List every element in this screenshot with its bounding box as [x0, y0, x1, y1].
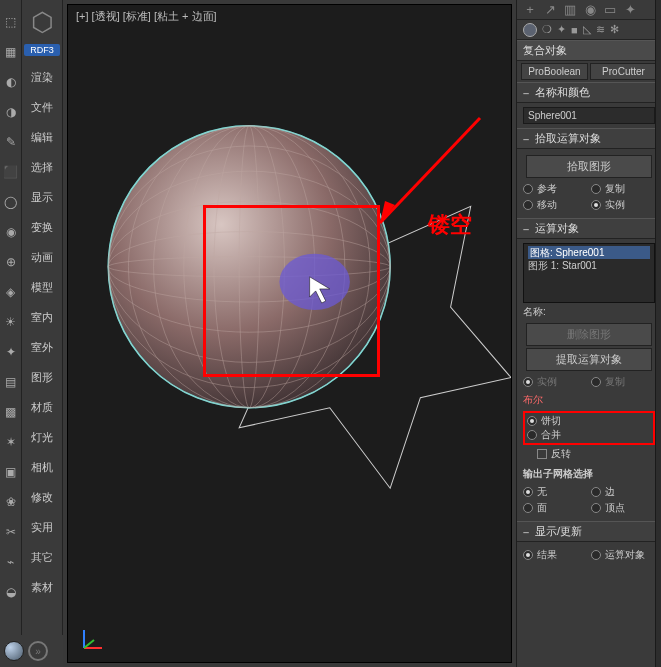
- tool-icon[interactable]: ☀: [3, 314, 19, 330]
- cameras-icon[interactable]: ■: [571, 24, 578, 36]
- tab-modify-icon[interactable]: ↗: [543, 2, 557, 17]
- radio-extract-copy[interactable]: 复制: [591, 375, 655, 389]
- sidebar-item[interactable]: 变换: [22, 212, 62, 242]
- radio-instance[interactable]: 实例: [591, 198, 655, 212]
- sidebar-item[interactable]: 文件: [22, 92, 62, 122]
- delete-shape-button[interactable]: 删除图形: [526, 323, 653, 346]
- tool-icon[interactable]: ◑: [3, 104, 19, 120]
- sidebar-item[interactable]: 室外: [22, 332, 62, 362]
- tool-icon[interactable]: ❀: [3, 494, 19, 510]
- tool-icon[interactable]: ✶: [3, 434, 19, 450]
- list-item[interactable]: 图形 1: Star001: [528, 259, 650, 272]
- radio-display-result[interactable]: 结果: [523, 548, 587, 562]
- viewcube-icon[interactable]: [4, 641, 24, 661]
- tool-icon[interactable]: ▩: [3, 404, 19, 420]
- type-button-procutter[interactable]: ProCutter: [590, 63, 657, 80]
- radio-out-vertex[interactable]: 顶点: [591, 501, 655, 515]
- sidebar-item[interactable]: 修改: [22, 482, 62, 512]
- radio-out-none[interactable]: 无: [523, 485, 587, 499]
- tab-motion-icon[interactable]: ◉: [583, 2, 597, 17]
- sidebar-item[interactable]: 编辑: [22, 122, 62, 152]
- panel-tabs: + ↗ ▥ ◉ ▭ ✦: [517, 0, 661, 20]
- sidebar-item[interactable]: 模型: [22, 272, 62, 302]
- axis-gizmo-icon: [78, 626, 106, 654]
- geometry-icon[interactable]: [523, 23, 537, 37]
- extract-operand-button[interactable]: 提取运算对象: [526, 348, 653, 371]
- radio-cookie-cut[interactable]: 饼切: [527, 414, 651, 428]
- tab-create-icon[interactable]: +: [523, 2, 537, 17]
- sidebar-item[interactable]: 渲染: [22, 62, 62, 92]
- category-sidebar: ⬡ RDF3 渲染 文件 编辑 选择 显示 变换 动画 模型 室内 室外 图形 …: [22, 0, 63, 667]
- check-invert[interactable]: 反转: [537, 447, 655, 461]
- radio-merge[interactable]: 合并: [527, 428, 651, 442]
- annotation-box-2: 饼切 合并: [523, 411, 655, 445]
- object-name-input[interactable]: [523, 107, 655, 124]
- tool-icon[interactable]: ⬚: [3, 14, 19, 30]
- tool-icon[interactable]: ◈: [3, 284, 19, 300]
- tool-icon[interactable]: ✎: [3, 134, 19, 150]
- sidebar-item[interactable]: 素材: [22, 572, 62, 602]
- pick-shape-button[interactable]: 拾取图形: [526, 155, 653, 178]
- sidebar-item[interactable]: 室内: [22, 302, 62, 332]
- orbit-icon[interactable]: »: [28, 641, 48, 661]
- svg-line-20: [84, 640, 94, 648]
- sidebar-item[interactable]: 选择: [22, 152, 62, 182]
- sidebar-item[interactable]: 相机: [22, 452, 62, 482]
- name-label: 名称:: [523, 303, 655, 321]
- category-dropdown[interactable]: 复合对象: [517, 40, 661, 61]
- tool-icon[interactable]: ⌁: [3, 554, 19, 570]
- helpers-icon[interactable]: ◺: [583, 23, 591, 36]
- systems-icon[interactable]: ✻: [610, 23, 619, 36]
- tool-icon[interactable]: ◒: [3, 584, 19, 600]
- tool-icon[interactable]: ◐: [3, 74, 19, 90]
- radio-out-face[interactable]: 面: [523, 501, 587, 515]
- sidebar-item[interactable]: 材质: [22, 392, 62, 422]
- shapes-icon[interactable]: ❍: [542, 23, 552, 36]
- bool-section-label: 布尔: [523, 391, 655, 409]
- scrollbar[interactable]: [655, 0, 661, 667]
- type-button-proboolean[interactable]: ProBoolean: [521, 63, 588, 80]
- tool-icon[interactable]: ⬛: [3, 164, 19, 180]
- viewport-content: [68, 5, 511, 659]
- tool-icon[interactable]: ✂: [3, 524, 19, 540]
- bottom-nav-controls: »: [0, 635, 63, 667]
- tool-icon[interactable]: ▤: [3, 374, 19, 390]
- list-item[interactable]: 图格: Sphere001: [528, 246, 650, 259]
- radio-copy[interactable]: 复制: [591, 182, 655, 196]
- sidebar-item[interactable]: 其它: [22, 542, 62, 572]
- rollout-operands[interactable]: 运算对象: [517, 218, 661, 239]
- radio-reference[interactable]: 参考: [523, 182, 587, 196]
- left-icon-strip: ⬚ ▦ ◐ ◑ ✎ ⬛ ◯ ◉ ⊕ ◈ ☀ ✦ ▤ ▩ ✶ ▣ ❀ ✂ ⌁ ◒: [0, 0, 22, 667]
- create-subtabs: ❍ ✦ ■ ◺ ≋ ✻: [517, 20, 661, 40]
- rollout-display-update[interactable]: 显示/更新: [517, 521, 661, 542]
- tab-utilities-icon[interactable]: ✦: [623, 2, 637, 17]
- tab-hierarchy-icon[interactable]: ▥: [563, 2, 577, 17]
- tool-icon[interactable]: ▣: [3, 464, 19, 480]
- rollout-pick-operand[interactable]: 拾取运算对象: [517, 128, 661, 149]
- operand-list[interactable]: 图格: Sphere001 图形 1: Star001: [523, 243, 655, 303]
- plugin-tag: RDF3: [24, 44, 60, 56]
- radio-move[interactable]: 移动: [523, 198, 587, 212]
- rollout-name-color[interactable]: 名称和颜色: [517, 82, 661, 103]
- command-panel: + ↗ ▥ ◉ ▭ ✦ ❍ ✦ ■ ◺ ≋ ✻ 复合对象 ProBoolean …: [516, 0, 661, 667]
- tool-icon[interactable]: ▦: [3, 44, 19, 60]
- sidebar-item[interactable]: 显示: [22, 182, 62, 212]
- space-warps-icon[interactable]: ≋: [596, 23, 605, 36]
- sidebar-item[interactable]: 灯光: [22, 422, 62, 452]
- radio-out-edge[interactable]: 边: [591, 485, 655, 499]
- sidebar-item[interactable]: 动画: [22, 242, 62, 272]
- sidebar-item[interactable]: 实用: [22, 512, 62, 542]
- output-section-label: 输出子网格选择: [523, 465, 655, 483]
- app-logo-icon: ⬡: [22, 2, 62, 42]
- tool-icon[interactable]: ✦: [3, 344, 19, 360]
- radio-extract-instance[interactable]: 实例: [523, 375, 587, 389]
- radio-display-operands[interactable]: 运算对象: [591, 548, 655, 562]
- tool-icon[interactable]: ◉: [3, 224, 19, 240]
- sidebar-item[interactable]: 图形: [22, 362, 62, 392]
- tab-display-icon[interactable]: ▭: [603, 2, 617, 17]
- tool-icon[interactable]: ◯: [3, 194, 19, 210]
- tool-icon[interactable]: ⊕: [3, 254, 19, 270]
- viewport-perspective[interactable]: [+] [透视] [标准] [粘土 + 边面]: [67, 4, 512, 663]
- svg-point-1: [108, 126, 390, 408]
- lights-icon[interactable]: ✦: [557, 23, 566, 36]
